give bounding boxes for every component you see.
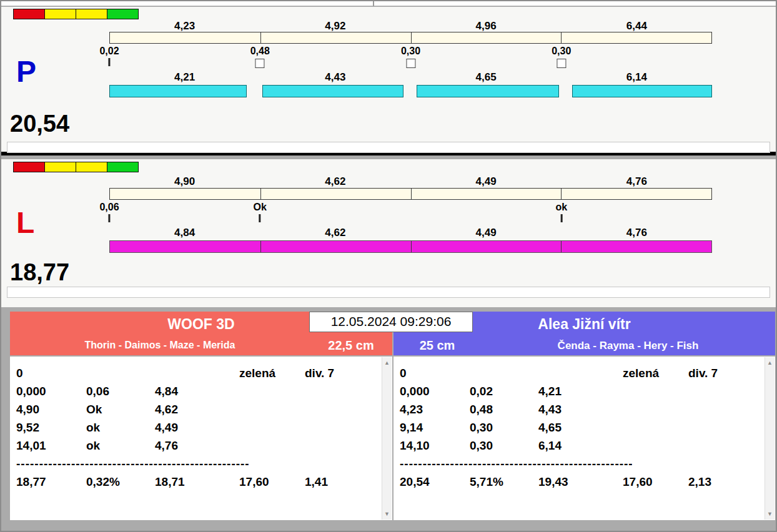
table-cell: ----------------------------------------… (16, 457, 249, 471)
table-cell: 17,60 (239, 475, 305, 489)
table-cell: 4,90 (16, 403, 86, 416)
change-checkbox[interactable] (406, 59, 415, 68)
reaction-time: 0,02 (99, 46, 119, 57)
table-cell: 9,14 (400, 421, 470, 435)
table-row: 9,52ok4,49 (16, 418, 392, 436)
left-team-jump-height: 22,5 cm (310, 338, 392, 353)
lane-p-label: P (16, 57, 36, 87)
lane-l-panel: L 4,90 4,62 4,49 4,76 0,06 Ok ok (1, 159, 776, 307)
scroll-up-icon[interactable]: ▲ (382, 360, 392, 366)
splitter-handle[interactable] (373, 1, 374, 6)
tick-icon (560, 214, 562, 222)
change-marker: 0,30 (552, 46, 571, 68)
split-label: 4,43 (260, 71, 410, 84)
split-label: 4,49 (411, 175, 562, 188)
table-cell: 2,13 (688, 475, 775, 489)
start-marker: 0,06 (99, 202, 119, 222)
table-cell: zelená (623, 367, 688, 380)
reaction-time: 0,06 (99, 202, 119, 213)
light-red-icon (13, 9, 45, 19)
lane-p-run-split-labels: 4,21 4,43 4,65 6,14 (109, 71, 712, 84)
table-cell: 0,30 (470, 421, 538, 435)
light-yellow-icon (44, 9, 76, 19)
run-bar (417, 85, 559, 97)
table-row: 0,0000,064,84 (16, 382, 392, 400)
change-status: Ok (254, 202, 267, 213)
split-label: 4,92 (260, 20, 410, 32)
split-label: 4,65 (411, 71, 562, 84)
split-divider (561, 189, 562, 199)
scroll-down-icon[interactable]: ▼ (382, 511, 392, 517)
lane-l-label: L (16, 208, 34, 238)
light-red-icon (13, 162, 45, 172)
right-team-jump-height: 25 cm (393, 338, 481, 353)
table-cell: ok (86, 439, 155, 453)
table-cell: zelená (239, 367, 305, 380)
tick-icon (259, 214, 261, 222)
split-label: 4,23 (109, 20, 260, 32)
table-cell: Ok (86, 403, 155, 416)
split-divider (260, 189, 261, 199)
lane-p-top-split-labels: 4,23 4,92 4,96 6,44 (109, 20, 712, 32)
split-divider (411, 189, 412, 199)
table-cell: div. 7 (305, 367, 392, 380)
table-cell: 5,71% (470, 475, 538, 489)
table-cell: 17,60 (623, 475, 688, 489)
light-yellow2-icon (76, 162, 107, 172)
scroll-up-icon[interactable]: ▲ (765, 360, 775, 366)
table-row: 20,545,71%19,4317,602,13 (400, 473, 775, 491)
datetime-display: 12.05.2024 09:29:06 (309, 312, 473, 332)
light-green-icon (107, 9, 139, 19)
lane-l-run-bar (109, 240, 712, 253)
light-yellow2-icon (76, 9, 107, 19)
lane-p-note-field (7, 142, 770, 153)
table-cell: 0 (16, 367, 86, 380)
lane-l-run-split-labels: 4,84 4,62 4,49 4,76 (109, 227, 712, 239)
right-table-scrollbar[interactable]: ▲ ▼ (765, 357, 775, 520)
scroll-down-icon[interactable]: ▼ (765, 511, 775, 517)
left-results-rows: 0zelenádiv. 70,0000,064,844,90Ok4,629,52… (10, 357, 392, 491)
split-label: 4,21 (109, 71, 260, 84)
table-cell: 14,01 (16, 439, 86, 453)
separator-row: ----------------------------------------… (400, 455, 775, 473)
change-checkbox[interactable] (557, 59, 566, 68)
table-cell: 1,41 (305, 475, 392, 489)
change-time: 0,30 (401, 46, 420, 57)
left-team-dogs: Thorin - Daimos - Maze - Merida (10, 340, 310, 351)
start-lights-p (14, 9, 139, 19)
run-bar (109, 85, 247, 97)
run-bar (262, 85, 403, 97)
table-cell: 0,06 (86, 385, 155, 398)
left-table-scrollbar[interactable]: ▲ ▼ (382, 357, 392, 520)
table-cell: ok (86, 421, 155, 435)
tick-icon (108, 214, 110, 222)
table-cell: 6,14 (538, 439, 623, 453)
left-results-table: 0zelenádiv. 70,0000,064,844,90Ok4,629,52… (10, 357, 392, 520)
table-row: 18,770,32%18,7117,601,41 (16, 473, 392, 491)
run-bar (572, 85, 712, 97)
change-checkbox[interactable] (255, 59, 265, 68)
lane-p-panel: P 4,23 4,92 4,96 6,44 0,02 0,48 0,30 (1, 7, 776, 155)
lane-l-note-field (7, 287, 770, 298)
split-divider (561, 241, 562, 252)
table-cell: 0,48 (470, 403, 538, 416)
table-row: 14,01ok4,76 (16, 436, 392, 455)
lane-l-change-markers: 0,06 Ok ok (109, 202, 712, 228)
table-cell: 18,71 (155, 475, 239, 489)
table-row: 14,100,306,14 (400, 436, 775, 455)
table-cell: 4,23 (400, 403, 470, 416)
change-marker: 0,48 (250, 46, 270, 68)
table-row: 0zelenádiv. 7 (16, 364, 392, 382)
table-cell: ----------------------------------------… (400, 457, 632, 471)
table-cell: 0,30 (470, 439, 538, 453)
split-label: 4,49 (411, 227, 562, 239)
change-marker: ok (555, 202, 567, 222)
left-team-subheader: Thorin - Daimos - Maze - Merida 22,5 cm (10, 337, 392, 354)
table-cell: 4,49 (155, 421, 239, 435)
table-cell: 0,000 (16, 385, 86, 398)
split-divider (260, 32, 261, 43)
table-cell: 19,43 (538, 475, 623, 489)
lane-l-split-bar (109, 188, 712, 200)
light-yellow-icon (44, 162, 76, 172)
table-cell: 4,21 (538, 385, 623, 398)
